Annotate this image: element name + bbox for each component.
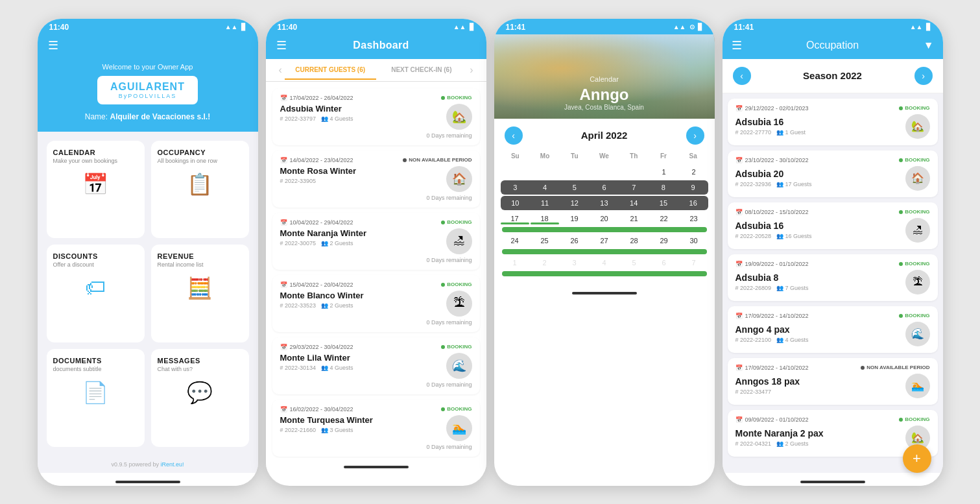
booking-card-2[interactable]: 📅 14/04/2022 - 23/04/2022 NON AVAILABLE … — [272, 150, 480, 208]
bc-meta-3: # 2022-30075 👥 2 Guests — [280, 240, 367, 246]
cal-day-19[interactable]: 19 — [560, 211, 589, 226]
season-next-btn[interactable]: › — [914, 67, 933, 85]
cal-day-n6[interactable]: 6 — [650, 256, 678, 270]
menu-label-revenue: REVENUE — [158, 252, 243, 260]
occ-card-1[interactable]: 📅 29/12/2022 - 02/01/2023 BOOKING Adsubi… — [728, 99, 938, 145]
cal-day-empty-4[interactable] — [590, 165, 619, 179]
cal-next-btn[interactable]: › — [686, 126, 704, 145]
cal-day-1[interactable]: 1 — [650, 165, 678, 179]
cal-day-empty-1[interactable] — [501, 165, 529, 179]
calendar-icon: 📅 — [53, 169, 138, 199]
bc-dates-1: 📅 17/04/2022 - 26/04/2022 — [280, 95, 353, 101]
cal-day-30[interactable]: 30 — [680, 234, 708, 248]
cal-day-empty-3[interactable] — [560, 165, 589, 179]
battery-icon-3: ▊ — [698, 23, 703, 30]
occ-card-4[interactable]: 📅 19/09/2022 - 01/10/2022 BOOKING Adsubi… — [728, 254, 938, 301]
bc-dates-5: 📅 29/03/2022 - 30/04/2022 — [280, 344, 353, 350]
cal-day-6[interactable]: 6 — [590, 180, 619, 195]
revenue-icon: 🧮 — [158, 273, 243, 303]
cal-day-n4[interactable]: 4 — [590, 256, 619, 270]
phone1-footer: v0.9.5 powered by iRent.eu! — [38, 456, 258, 473]
occ-card-6[interactable]: 📅 17/09/2022 - 14/10/2022 NON AVAILABLE … — [728, 358, 938, 405]
cal-day-3[interactable]: 3 — [501, 180, 531, 195]
cal-day-28[interactable]: 28 — [620, 234, 649, 248]
bc-remaining-6: 0 Days remaining — [280, 444, 472, 450]
menu-label-messages: MESSAGES — [158, 357, 243, 365]
booking-card-1[interactable]: 📅 17/04/2022 - 26/04/2022 BOOKING Adsubi… — [272, 88, 480, 145]
cal-day-8[interactable]: 8 — [649, 180, 678, 195]
cal-day-9[interactable]: 9 — [678, 180, 708, 195]
status-dot-3 — [441, 221, 445, 224]
menu-item-revenue[interactable]: REVENUE Rental income list 🧮 — [151, 245, 249, 342]
tab-next-checkin[interactable]: NEXT CHECK-IN (6) — [376, 60, 468, 80]
oc-meta-2: # 2022-32936 👥 17 Guests — [735, 181, 812, 187]
cal-day-14[interactable]: 14 — [619, 196, 649, 210]
cal-day-n5[interactable]: 5 — [620, 256, 649, 270]
cal-day-n3[interactable]: 3 — [560, 256, 589, 270]
cal-day-23[interactable]: 23 — [680, 211, 708, 226]
cal-day-12[interactable]: 12 — [560, 196, 590, 210]
cal-day-2[interactable]: 2 — [680, 165, 708, 179]
occ-card-3[interactable]: 📅 08/10/2022 - 15/10/2022 BOOKING Adsubi… — [728, 202, 938, 249]
menu-item-messages[interactable]: MESSAGES Chat with us? 💬 — [151, 349, 249, 447]
irent-link[interactable]: iRent.eu! — [161, 461, 184, 468]
bc-dates-3: 📅 10/04/2022 - 29/04/2022 — [280, 219, 353, 226]
cal-day-empty-5[interactable] — [620, 165, 649, 179]
cal-day-n7[interactable]: 7 — [680, 256, 708, 270]
status-bar-3: 11:41 ▲▲ ⊙ ▊ — [494, 19, 715, 34]
menu-label-occupancy: OCCUPANCY — [158, 149, 243, 156]
cal-icon-oc-4: 📅 — [735, 261, 743, 267]
cal-day-26[interactable]: 26 — [560, 234, 589, 248]
hamburger-menu-icon-2[interactable]: ☰ — [276, 38, 287, 53]
cal-day-empty-2[interactable] — [531, 165, 559, 179]
bc-meta-5: # 2022-30134 👥 4 Guests — [280, 365, 353, 371]
menu-sub-revenue: Rental income list — [158, 261, 243, 268]
tab-prev-btn[interactable]: ‹ — [276, 59, 285, 81]
cal-day-10[interactable]: 10 — [501, 196, 531, 210]
filter-icon[interactable]: ▼ — [924, 40, 934, 51]
season-prev-btn[interactable]: ‹ — [733, 67, 751, 85]
booking-card-5[interactable]: 📅 29/03/2022 - 30/04/2022 BOOKING Monte … — [272, 337, 480, 394]
nav-bar-1: ☰ — [38, 34, 258, 59]
booking-card-6[interactable]: 📅 16/02/2022 - 30/04/2022 BOOKING Monte … — [272, 400, 480, 457]
fab-add-button[interactable]: + — [903, 444, 931, 473]
menu-item-discounts[interactable]: DISCOUNTS Offer a discount 🏷 — [47, 245, 145, 342]
menu-item-occupancy[interactable]: OCCUPANCY All bookings in one row 📋 — [151, 141, 249, 239]
oc-name-5: Anngo 4 pax — [735, 324, 809, 335]
occupation-list: 📅 29/12/2022 - 02/01/2023 BOOKING Adsubi… — [723, 93, 943, 473]
cal-day-21[interactable]: 21 — [620, 211, 649, 226]
dashboard-title: Dashboard — [353, 40, 409, 51]
menu-item-documents[interactable]: DOCUMENTS documents subtitle 📄 — [47, 349, 145, 447]
cal-day-27[interactable]: 27 — [590, 234, 619, 248]
cal-day-22[interactable]: 22 — [650, 211, 678, 226]
hamburger-menu-icon-4[interactable]: ☰ — [732, 38, 742, 53]
cal-day-25[interactable]: 25 — [531, 234, 559, 248]
cal-day-17[interactable]: 17 — [501, 211, 529, 226]
menu-item-calendar[interactable]: CALENDAR Make your own bookings 📅 — [47, 141, 145, 239]
occ-card-5[interactable]: 📅 17/09/2022 - 14/10/2022 BOOKING Anngo … — [728, 306, 938, 353]
cal-day-16[interactable]: 16 — [678, 196, 708, 210]
cal-day-24[interactable]: 24 — [501, 234, 529, 248]
bc-remaining-3: 0 Days remaining — [280, 257, 472, 263]
booking-card-3[interactable]: 📅 10/04/2022 - 29/04/2022 BOOKING Monte … — [272, 213, 480, 270]
tab-next-btn[interactable]: › — [467, 59, 475, 81]
booking-card-4[interactable]: 📅 15/04/2022 - 20/04/2022 BOOKING Monte … — [272, 275, 480, 332]
cal-day-7[interactable]: 7 — [619, 180, 649, 195]
occ-card-2[interactable]: 📅 23/10/2022 - 30/10/2022 BOOKING Adsubi… — [728, 150, 938, 197]
cal-day-n1[interactable]: 1 — [501, 256, 529, 270]
cal-day-20[interactable]: 20 — [590, 211, 619, 226]
phone3-calendar: 11:41 ▲▲ ⊙ ▊ Calendar Anngo Javea, Costa… — [494, 19, 715, 486]
cal-day-18[interactable]: 18 — [531, 211, 559, 226]
hamburger-menu-icon[interactable]: ☰ — [48, 38, 58, 53]
cal-day-4[interactable]: 4 — [530, 180, 560, 195]
cal-day-5[interactable]: 5 — [560, 180, 590, 195]
cal-day-13[interactable]: 13 — [590, 196, 619, 210]
tab-current-guests[interactable]: CURRENT GUESTS (6) — [285, 60, 376, 80]
cal-day-n2[interactable]: 2 — [531, 256, 559, 270]
wifi-icon-2: ▲▲ — [453, 23, 466, 30]
cal-day-15[interactable]: 15 — [649, 196, 678, 210]
phone1-owner-app: 11:40 ▲▲ ▊ ☰ Welcome to your Owner App A… — [38, 19, 258, 486]
cal-day-29[interactable]: 29 — [650, 234, 678, 248]
cal-prev-btn[interactable]: ‹ — [505, 126, 523, 145]
cal-day-11[interactable]: 11 — [530, 196, 560, 210]
